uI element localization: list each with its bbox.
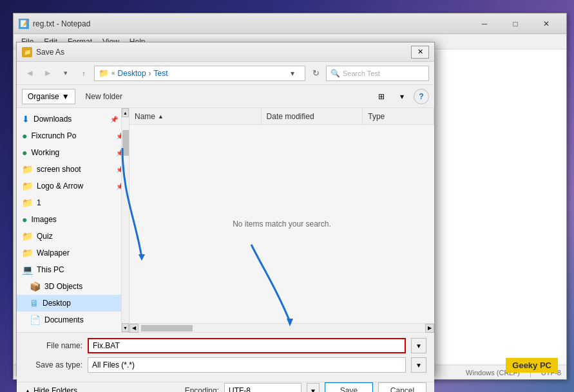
savetype-display: All Files (*.*) bbox=[88, 357, 406, 373]
images-icon: ● bbox=[22, 214, 27, 225]
sidebar-item-desktop-label: Desktop bbox=[43, 299, 124, 308]
walpaper-icon: 📁 bbox=[22, 248, 33, 258]
desktop-icon: 🖥 bbox=[30, 298, 39, 308]
sidebar-item-thispc[interactable]: 💻 This PC bbox=[17, 261, 129, 278]
sidebar-scroll-thumb[interactable] bbox=[122, 130, 129, 156]
sidebar-item-logo-label: Logo & Arrow bbox=[37, 182, 112, 191]
breadcrumb-arrow: › bbox=[149, 69, 151, 78]
save-button[interactable]: Save bbox=[325, 382, 373, 392]
documents-icon: 📄 bbox=[30, 315, 41, 325]
toolbar: Organise ▼ New folder ⊞ ▾ ? bbox=[17, 85, 434, 108]
hide-folders-control[interactable]: ▲ Hide Folders bbox=[24, 386, 77, 392]
file-area: Name ▲ Date modified Type No items match… bbox=[129, 108, 434, 332]
sidebar-scroll-down[interactable]: ▼ bbox=[122, 323, 129, 332]
minimize-button[interactable]: ─ bbox=[470, 16, 499, 32]
notepad-title: reg.txt - Notepad bbox=[33, 19, 470, 28]
search-bar[interactable]: 🔍 Search Test bbox=[326, 66, 429, 81]
watermark-text: Geeky PC bbox=[512, 360, 551, 370]
filename-label: File name: bbox=[24, 341, 82, 350]
help-button[interactable]: ? bbox=[414, 89, 429, 104]
organise-label: Organise bbox=[28, 92, 59, 101]
header-type[interactable]: Type bbox=[363, 108, 434, 124]
sidebar-item-walpaper[interactable]: 📁 Walpaper bbox=[17, 245, 129, 261]
cancel-button[interactable]: Cancel bbox=[378, 382, 426, 392]
view-dropdown-button[interactable]: ▾ bbox=[393, 89, 411, 104]
sidebar-item-fixcrunch[interactable]: ● Fixcrunch Po 📌 bbox=[17, 127, 129, 144]
search-placeholder: Search Test bbox=[343, 70, 380, 77]
notepad-icon: 📝 bbox=[19, 19, 29, 29]
maximize-button[interactable]: □ bbox=[501, 16, 530, 32]
view-button[interactable]: ⊞ bbox=[372, 89, 390, 104]
sidebar-item-images[interactable]: ● Images bbox=[17, 211, 129, 228]
file-header: Name ▲ Date modified Type bbox=[129, 108, 434, 125]
savetype-value: All Files (*.*) bbox=[92, 360, 135, 369]
sidebar-item-downloads[interactable]: ⬇ Downloads 📌 › bbox=[17, 111, 129, 127]
sidebar-item-documents[interactable]: 📄 Documents bbox=[17, 312, 129, 328]
recent-locations-button[interactable]: ▾ bbox=[58, 66, 73, 81]
sidebar-item-3dobjects[interactable]: 📦 3D Objects bbox=[17, 278, 129, 295]
dialog-title: Save As bbox=[36, 48, 411, 57]
breadcrumb-folder-icon: 📁 bbox=[99, 68, 109, 78]
header-date[interactable]: Date modified bbox=[262, 108, 363, 124]
empty-message: No items match your search. bbox=[233, 219, 331, 229]
breadcrumb-dropdown-icon[interactable]: ▾ bbox=[291, 69, 301, 78]
scroll-left-button[interactable]: ◀ bbox=[129, 324, 139, 333]
sidebar-item-working[interactable]: ● Working 📌 bbox=[17, 144, 129, 161]
close-dialog-button[interactable]: ✕ bbox=[411, 46, 429, 59]
close-notepad-button[interactable]: ✕ bbox=[531, 16, 561, 32]
sidebar-item-1[interactable]: 📁 1 bbox=[17, 194, 129, 211]
breadcrumb-test[interactable]: Test bbox=[154, 69, 168, 78]
titlebar-buttons: ─ □ ✕ bbox=[470, 16, 561, 32]
sidebar-item-images-label: Images bbox=[31, 215, 124, 224]
sidebar-item-logo[interactable]: 📁 Logo & Arrow 📌 bbox=[17, 178, 129, 194]
screenshoot-icon: 📁 bbox=[22, 164, 33, 174]
search-icon: 🔍 bbox=[330, 69, 340, 78]
up-button[interactable]: ↑ bbox=[76, 66, 91, 81]
fixcrunch-icon: ● bbox=[22, 131, 27, 141]
scroll-thumb[interactable] bbox=[141, 325, 193, 331]
file-list-content: No items match your search. bbox=[129, 125, 434, 323]
filename-input[interactable] bbox=[88, 338, 406, 353]
new-folder-label: New folder bbox=[86, 92, 122, 101]
notepad-titlebar: 📝 reg.txt - Notepad ─ □ ✕ bbox=[14, 14, 566, 34]
dialog-footer: ▲ Hide Folders Encoding: UTF-8 ▼ Save Ca… bbox=[17, 382, 434, 392]
sidebar-item-working-label: Working bbox=[31, 148, 112, 157]
sidebar-item-screenshoot-label: screen shoot bbox=[37, 165, 112, 174]
scroll-right-button[interactable]: ▶ bbox=[425, 324, 434, 333]
sidebar-item-quiz-label: Quiz bbox=[37, 232, 124, 241]
savetype-label: Save as type: bbox=[24, 360, 82, 369]
dialog-folder-icon: 📁 bbox=[22, 47, 32, 57]
new-folder-button[interactable]: New folder bbox=[81, 89, 128, 104]
savetype-dropdown[interactable]: ▼ bbox=[411, 357, 426, 373]
quiz-icon: 📁 bbox=[22, 231, 33, 241]
sidebar-item-screenshoot[interactable]: 📁 screen shoot 📌 bbox=[17, 161, 129, 178]
sidebar-scroll-up[interactable]: ▲ bbox=[122, 108, 129, 117]
sidebar-scroll-track bbox=[122, 117, 129, 323]
encoding-value: UTF-8 bbox=[229, 386, 251, 392]
name-sort-icon: ▲ bbox=[158, 113, 164, 120]
savetype-row: Save as type: All Files (*.*) ▼ bbox=[24, 357, 426, 373]
encoding-and-actions: Encoding: UTF-8 ▼ Save Cancel bbox=[185, 382, 426, 392]
header-name[interactable]: Name ▲ bbox=[129, 108, 262, 124]
breadcrumb-desktop[interactable]: Desktop bbox=[118, 69, 146, 78]
breadcrumb-bar[interactable]: 📁 « Desktop › Test ▾ bbox=[94, 66, 305, 81]
dialog-bottom: File name: ▼ Save as type: All Files (*.… bbox=[17, 332, 434, 382]
toolbar-right: ⊞ ▾ ? bbox=[372, 89, 429, 104]
sidebar-item-quiz[interactable]: 📁 Quiz bbox=[17, 228, 129, 245]
geeky-watermark: Geeky PC bbox=[506, 358, 558, 373]
sidebar-item-desktop[interactable]: 🖥 Desktop bbox=[17, 295, 129, 312]
organise-button[interactable]: Organise ▼ bbox=[22, 89, 75, 104]
sidebar-scrollbar[interactable]: ▲ ▼ bbox=[121, 108, 129, 332]
back-button[interactable]: ◀ bbox=[22, 66, 37, 81]
save-as-dialog: 📁 Save As ✕ ◀ ▶ ▾ ↑ 📁 « Desktop › Test ▾… bbox=[16, 42, 435, 377]
sidebar-item-thispc-label: This PC bbox=[37, 265, 124, 274]
filename-dropdown[interactable]: ▼ bbox=[411, 338, 426, 353]
encoding-dropdown[interactable]: ▼ bbox=[307, 383, 320, 392]
forward-button[interactable]: ▶ bbox=[40, 66, 55, 81]
horizontal-scrollbar[interactable]: ◀ ▶ bbox=[129, 323, 434, 332]
organise-dropdown-icon: ▼ bbox=[62, 92, 70, 101]
sidebar-item-downloads-label: Downloads bbox=[33, 115, 106, 124]
refresh-button[interactable]: ↻ bbox=[308, 66, 323, 81]
sidebar-item-3dobjects-label: 3D Objects bbox=[44, 282, 124, 291]
working-icon: ● bbox=[22, 147, 27, 158]
